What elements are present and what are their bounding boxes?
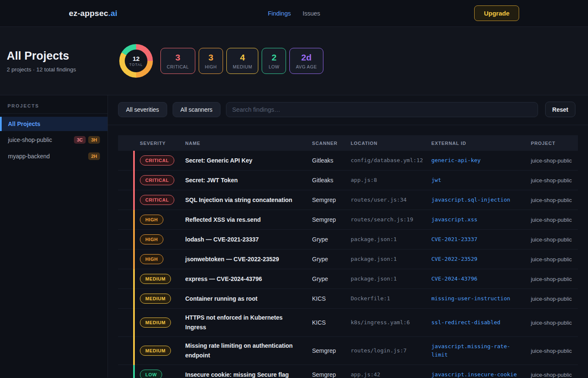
severity-cell: HIGH <box>135 215 185 225</box>
project-cell: juice-shop-public <box>531 319 578 326</box>
scanner-cell: Semgrep <box>312 347 351 354</box>
finding-row[interactable]: HIGHReflected XSS via res.sendSemgreprou… <box>118 210 578 230</box>
severity-stripe <box>133 210 135 230</box>
location-cell: package.json:1 <box>351 255 431 263</box>
brand-logo: ez-appsec.ai <box>69 9 117 18</box>
severity-stripe <box>133 190 135 210</box>
scanner-filter-button[interactable]: All scanners <box>173 102 220 117</box>
location-cell: app.js:8 <box>351 176 431 184</box>
sidebar-item-label: All Projects <box>8 121 40 127</box>
name-cell: jsonwebtoken — CVE-2022-23529 <box>185 255 312 264</box>
sidebar-header: PROJECTS <box>0 95 108 114</box>
filter-toolbar: All severities All scanners Reset <box>108 95 588 125</box>
project-name: juice-shop-public <box>531 217 572 223</box>
project-name: juice-shop-public <box>531 177 572 184</box>
stat-label: HIGH <box>205 64 217 69</box>
project-name: juice-shop-public <box>531 256 572 262</box>
finding-row[interactable]: MEDIUMMissing rate limiting on authentic… <box>118 337 578 365</box>
finding-location: routes/search.js:19 <box>351 216 413 223</box>
finding-location: package.json:1 <box>351 236 397 242</box>
project-cell: juice-shop-public <box>531 196 578 204</box>
severity-cell: CRITICAL <box>135 175 185 185</box>
severity-badge: CRITICAL <box>140 175 174 185</box>
finding-name: Container running as root <box>185 294 304 304</box>
search-input[interactable] <box>226 102 538 117</box>
severity-badge: CRITICAL <box>140 195 174 205</box>
sidebar-item-myapp-backend[interactable]: myapp-backend2H <box>0 149 108 164</box>
location-cell: config/database.yml:12 <box>351 156 431 165</box>
severity-badge: LOW <box>140 370 162 378</box>
reset-button[interactable]: Reset <box>545 102 575 117</box>
finding-row[interactable]: HIGHjsonwebtoken — CVE-2022-23529Grypepa… <box>118 249 578 269</box>
stat-cards: 3CRITICAL3HIGH4MEDIUM2LOW2dAVG AGE <box>160 48 323 74</box>
sidebar-item-all-projects[interactable]: All Projects <box>0 117 108 131</box>
location-cell: app.js:42 <box>351 370 431 378</box>
severity-filter-button[interactable]: All severities <box>118 102 167 117</box>
scanner-cell: Grype <box>312 236 351 243</box>
external-id-link[interactable]: CVE-2022-23529 <box>431 255 521 263</box>
upgrade-button[interactable]: Upgrade <box>474 5 519 21</box>
name-cell: Container running as root <box>185 294 312 304</box>
severity-badge: MEDIUM <box>140 274 171 284</box>
finding-row[interactable]: MEDIUMexpress — CVE-2024-43796Grypepacka… <box>118 269 578 289</box>
finding-name: lodash — CVE-2021-23337 <box>185 235 304 244</box>
name-cell: lodash — CVE-2021-23337 <box>185 235 312 244</box>
project-cell: juice-shop-public <box>531 275 578 283</box>
finding-row[interactable]: CRITICALSecret: JWT TokenGitleaksapp.js:… <box>118 171 578 190</box>
finding-row[interactable]: MEDIUMHTTPS not enforced in Kubernetes I… <box>118 309 578 337</box>
nav-link-issues[interactable]: Issues <box>302 10 320 17</box>
project-name: juice-shop-public <box>531 296 572 302</box>
project-cell: juice-shop-public <box>531 255 578 263</box>
finding-name: Secret: JWT Token <box>185 176 304 185</box>
stat-card-critical: 3CRITICAL <box>160 48 195 74</box>
external-id-link[interactable]: CVE-2024-43796 <box>431 275 521 283</box>
project-name: juice-shop-public <box>531 197 572 203</box>
nav-link-findings[interactable]: Findings <box>268 10 291 17</box>
column-header-external-id: EXTERNAL ID <box>431 141 531 146</box>
sidebar-item-juice-shop-public[interactable]: juice-shop-public3C3H <box>0 132 108 147</box>
severity-badge: MEDIUM <box>140 294 171 304</box>
external-id-cell: javascript.insecure-cookie <box>431 370 531 378</box>
page-subtitle: 2 projects · 12 total findings <box>7 66 119 73</box>
external-id-link[interactable]: generic-api-key <box>431 156 521 165</box>
external-id-link[interactable]: ssl-redirect-disabled <box>431 318 521 327</box>
external-id-cell: javascript.sql-injection <box>431 196 531 204</box>
finding-row[interactable]: LOWInsecure cookie: missing Secure flagS… <box>118 365 578 378</box>
external-id-link[interactable]: missing-user-instruction <box>431 294 521 303</box>
severity-badge: CRITICAL <box>140 155 174 165</box>
project-name: juice-shop-public <box>531 276 572 282</box>
project-name: juice-shop-public <box>531 320 572 326</box>
finding-row[interactable]: CRITICALSQL Injection via string concate… <box>118 190 578 210</box>
external-id-link[interactable]: javascript.xss <box>431 215 521 224</box>
project-name: juice-shop-public <box>531 348 572 354</box>
project-cell: juice-shop-public <box>531 371 578 378</box>
external-id-link[interactable]: javascript.missing-rate-limit <box>431 342 521 359</box>
finding-location: Dockerfile:1 <box>351 295 390 302</box>
severity-cell: CRITICAL <box>135 155 185 165</box>
scanner-name: KICS <box>312 319 326 326</box>
count-badge-critical: 3C <box>74 136 86 144</box>
scanner-cell: KICS <box>312 295 351 302</box>
finding-row[interactable]: HIGHlodash — CVE-2021-23337Grypepackage.… <box>118 230 578 249</box>
scanner-cell: Grype <box>312 275 351 283</box>
finding-row[interactable]: MEDIUMContainer running as rootKICSDocke… <box>118 289 578 309</box>
stat-label: AVG AGE <box>296 64 317 69</box>
finding-location: config/database.yml:12 <box>351 157 423 163</box>
scanner-name: KICS <box>312 295 326 302</box>
hero-section: All Projects 2 projects · 12 total findi… <box>0 27 588 95</box>
donut-total-label: TOTAL <box>129 63 143 67</box>
stat-value: 2 <box>268 52 280 63</box>
external-id-link[interactable]: javascript.sql-injection <box>431 196 521 204</box>
finding-name: jsonwebtoken — CVE-2022-23529 <box>185 255 304 264</box>
project-cell: juice-shop-public <box>531 216 578 223</box>
scanner-name: Grype <box>312 236 328 243</box>
scanner-name: Semgrep <box>312 197 336 203</box>
external-id-link[interactable]: jwt <box>431 176 521 184</box>
finding-row[interactable]: CRITICALSecret: Generic API KeyGitleaksc… <box>118 151 578 171</box>
external-id-link[interactable]: CVE-2021-23337 <box>431 235 521 244</box>
stat-label: CRITICAL <box>167 64 189 69</box>
external-id-link[interactable]: javascript.insecure-cookie <box>431 370 521 378</box>
external-id-cell: CVE-2021-23337 <box>431 235 531 244</box>
severity-cell: HIGH <box>135 254 185 264</box>
external-id-cell: CVE-2024-43796 <box>431 275 531 283</box>
